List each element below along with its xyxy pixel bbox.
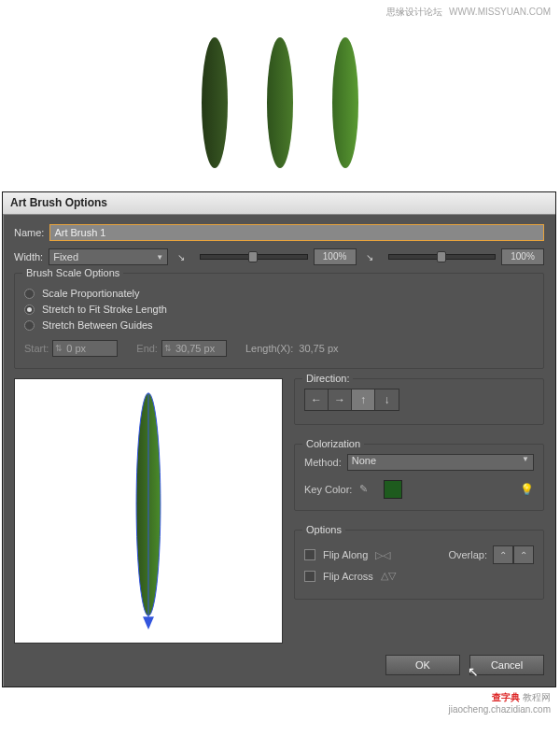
watermark-top: 思缘设计论坛 WWW.MISSYUAN.COM [386, 6, 551, 19]
flip-along-row: Flip Along ▷◁ Overlap: ⌃ ⌃ [304, 545, 534, 564]
preview-svg [15, 379, 282, 643]
stretch-fit-radio[interactable]: Stretch to Fit Stroke Length [24, 304, 534, 315]
flip-along-label: Flip Along [323, 549, 368, 560]
length-label: Length(X): [245, 343, 293, 354]
dialog-content: Name: Width: Fixed ↘ 100% ↘ 100% Brush S… [3, 215, 555, 686]
direction-buttons: ← → ↑ ↓ [304, 389, 399, 411]
leaf-sample-2 [267, 37, 293, 168]
radio-icon [24, 289, 35, 299]
width-slider-2[interactable] [388, 254, 496, 260]
watermark-cn: 思缘设计论坛 [386, 7, 442, 17]
stretch-guides-radio[interactable]: Stretch Between Guides [24, 319, 534, 331]
width-mode-select[interactable]: Fixed [49, 248, 168, 265]
key-color-label: Key Color: [304, 484, 352, 495]
leaf-sample-3 [332, 37, 358, 168]
overlap-btn-2[interactable]: ⌃ [513, 545, 534, 564]
pen-pressure-icon: ↘ [174, 249, 189, 264]
ok-wrapper: OK ↖ [385, 655, 460, 675]
radio-label: Stretch to Fit Stroke Length [42, 304, 167, 315]
ok-button[interactable]: OK [385, 655, 460, 675]
flip-across-row: Flip Across △▽ [304, 570, 534, 582]
length-value: 30,75 px [299, 343, 338, 354]
direction-fieldset: Direction: ← → ↑ ↓ [294, 378, 544, 425]
slider-thumb[interactable] [248, 251, 258, 262]
method-label: Method: [304, 457, 342, 468]
cancel-button[interactable]: Cancel [469, 655, 544, 675]
flip-along-icon: ▷◁ [375, 549, 390, 561]
leaf-samples [182, 28, 378, 177]
watermark-bottom-url: jiaocheng.chazidian.com [448, 704, 551, 715]
width-label: Width: [14, 251, 43, 262]
header-area: 思缘设计论坛 WWW.MISSYUAN.COM [0, 0, 560, 191]
options-fieldset: Options Flip Along ▷◁ Overlap: ⌃ ⌃ [294, 530, 544, 600]
overlap-buttons: ⌃ ⌃ [493, 545, 534, 564]
start-value: 0 px [66, 343, 86, 354]
watermark-sub: 教程网 [523, 692, 551, 702]
tips-icon[interactable]: 💡 [520, 483, 534, 496]
direction-right-button[interactable]: → [329, 389, 352, 410]
method-row: Method: None [304, 454, 534, 471]
direction-up-button[interactable]: ↑ [352, 389, 375, 410]
width-pct-1[interactable]: 100% [314, 248, 357, 265]
overlap-btn-1[interactable]: ⌃ [493, 545, 513, 564]
width-slider-1[interactable] [200, 254, 307, 260]
width-mode-value: Fixed [53, 251, 78, 262]
start-end-row: Start: 0 px End: 30,75 px Length(X): 30,… [24, 340, 534, 357]
width-row: Width: Fixed ↘ 100% ↘ 100% [14, 248, 544, 265]
overlap-group: Overlap: ⌃ ⌃ [448, 545, 534, 564]
art-brush-options-dialog: Art Brush Options Name: Width: Fixed ↘ 1… [2, 191, 556, 687]
flip-across-icon: △▽ [381, 570, 396, 582]
watermark-url: WWW.MISSYUAN.COM [449, 7, 551, 17]
radio-icon [24, 320, 35, 331]
scale-legend: Brush Scale Options [22, 267, 123, 278]
watermark-bottom: 查字典 教程网 jiaocheng.chazidian.com [0, 687, 560, 718]
method-value: None [352, 455, 376, 466]
direction-left-button[interactable]: ← [305, 389, 329, 410]
overlap-label: Overlap: [448, 549, 487, 560]
eyedropper-icon[interactable]: ✎ [359, 483, 376, 496]
colorization-fieldset: Colorization Method: None Key Color: ✎ 💡 [294, 444, 544, 511]
flip-along-checkbox[interactable] [304, 549, 315, 560]
dialog-footer: OK ↖ Cancel [14, 655, 544, 675]
scale-proportionately-radio[interactable]: Scale Proportionately [24, 288, 534, 299]
width-pct-2[interactable]: 100% [501, 248, 544, 265]
flip-across-label: Flip Across [323, 571, 373, 582]
watermark-brand: 查字典 [492, 692, 520, 702]
brush-preview [14, 378, 283, 644]
brush-scale-fieldset: Brush Scale Options Scale Proportionatel… [14, 273, 544, 369]
radio-label: Scale Proportionately [42, 288, 140, 299]
direction-down-button[interactable]: ↓ [375, 389, 399, 410]
dialog-titlebar: Art Brush Options [3, 192, 555, 215]
name-row: Name: [14, 224, 544, 241]
brush-name-input[interactable] [49, 224, 544, 241]
radio-icon [24, 304, 35, 315]
name-label: Name: [14, 227, 44, 238]
method-select[interactable]: None [347, 454, 534, 471]
direction-legend: Direction: [302, 373, 353, 384]
options-legend: Options [302, 524, 345, 535]
svg-marker-2 [143, 616, 154, 630]
key-color-swatch[interactable] [384, 480, 402, 499]
radio-label: Stretch Between Guides [42, 319, 153, 331]
lower-section: Direction: ← → ↑ ↓ Colorization Method: … [14, 378, 544, 644]
flip-across-checkbox[interactable] [304, 571, 315, 582]
key-color-row: Key Color: ✎ 💡 [304, 480, 534, 499]
right-column: Direction: ← → ↑ ↓ Colorization Method: … [294, 378, 544, 644]
start-input: 0 px [52, 340, 118, 357]
leaf-sample-1 [202, 37, 228, 168]
end-input: 30,75 px [161, 340, 227, 357]
start-label: Start: [24, 343, 49, 354]
end-label: End: [136, 343, 158, 354]
slider-thumb[interactable] [437, 251, 446, 262]
end-value: 30,75 px [175, 343, 215, 354]
pen-pressure-icon-2: ↘ [362, 249, 377, 264]
colorization-legend: Colorization [302, 438, 364, 449]
